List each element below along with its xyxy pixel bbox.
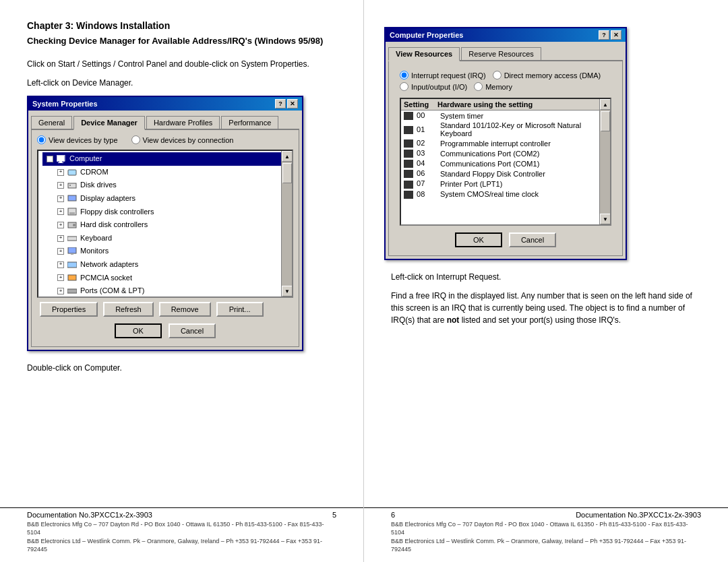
list-item[interactable]: + Monitors xyxy=(53,245,291,258)
harddisk-label: Hard disk controllers xyxy=(80,219,148,231)
radio-memory-input[interactable] xyxy=(474,82,483,91)
list-item[interactable]: + Ports (COM & LPT) xyxy=(53,284,291,298)
expand-icon[interactable]: + xyxy=(57,208,64,215)
comp-ok-button[interactable]: OK xyxy=(455,232,502,247)
irq-table-header: Setting Hardware using the setting xyxy=(401,99,610,111)
svg-rect-12 xyxy=(67,237,77,241)
radio-by-connection[interactable]: View devices by connection xyxy=(131,135,234,144)
expand-icon[interactable]: + xyxy=(57,182,64,189)
remove-button[interactable]: Remove xyxy=(159,302,211,317)
device-list-container: - Computer xyxy=(37,150,293,298)
footer-doc-num: Documentation No.3PXCC1x-2x-3903 xyxy=(27,511,152,519)
comp-props-help-button[interactable]: ? xyxy=(599,30,609,40)
expand-icon[interactable]: + xyxy=(57,235,64,242)
svg-rect-29 xyxy=(404,160,413,168)
print-button[interactable]: Print... xyxy=(216,302,264,317)
expand-icon[interactable]: + xyxy=(57,248,64,255)
list-item[interactable]: - Computer xyxy=(42,152,291,166)
list-item[interactable]: + Hard disk controllers xyxy=(53,218,291,232)
radio-irq-input[interactable] xyxy=(400,71,408,80)
table-row: 08 System CMOS/real time clock xyxy=(401,189,610,199)
list-item[interactable]: + Floppy disk controllers xyxy=(53,206,291,219)
radio-dma-input[interactable] xyxy=(493,71,502,80)
properties-button[interactable]: Properties xyxy=(40,302,98,317)
radio-by-type-input[interactable] xyxy=(37,135,46,144)
radio-dma[interactable]: Direct memory access (DMA) xyxy=(493,71,601,80)
list-item[interactable]: + Display adapters xyxy=(53,192,291,206)
network-label: Network adapters xyxy=(80,259,138,271)
irq-scrollbar: ▲ ▼ xyxy=(599,99,610,224)
caption-text: Double-click on Computer. xyxy=(27,362,336,374)
dialog-close-button[interactable]: ✕ xyxy=(287,99,298,108)
irq-device: Communications Port (COM1) xyxy=(440,160,607,168)
comp-props-close-button[interactable]: ✕ xyxy=(611,30,621,40)
irq-device: Standard 101/102-Key or Microsoft Natura… xyxy=(440,121,607,137)
expand-icon[interactable]: - xyxy=(47,156,53,162)
svg-rect-2 xyxy=(59,161,62,162)
tab-hardware-profiles[interactable]: Hardware Profiles xyxy=(146,116,220,129)
irq-device: System CMOS/real time clock xyxy=(440,190,607,198)
scrollbar: ▲ ▼ xyxy=(281,151,292,296)
right-body-text-2: Find a free IRQ in the displayed list. A… xyxy=(391,290,701,326)
ok-button[interactable]: OK xyxy=(115,323,162,338)
dialog-body: General Device Manager Hardware Profiles… xyxy=(28,111,302,350)
list-item[interactable]: + PCMCIA socket xyxy=(53,272,291,285)
irq-col-setting: Setting xyxy=(404,100,437,108)
right-page: Computer Properties ? ✕ View Resources R… xyxy=(364,0,728,562)
radio-io-input[interactable] xyxy=(400,82,408,91)
comp-props-titlebar: Computer Properties ? ✕ xyxy=(386,28,626,42)
floppy-icon xyxy=(67,206,78,217)
tab-view-resources[interactable]: View Resources xyxy=(388,47,460,61)
right-footer-page-num: 6 xyxy=(391,511,395,519)
list-item[interactable]: + Network adapters xyxy=(53,258,291,272)
svg-rect-26 xyxy=(404,126,413,134)
expand-icon[interactable]: + xyxy=(57,195,64,202)
expand-icon[interactable]: + xyxy=(57,169,64,176)
svg-rect-32 xyxy=(404,191,413,199)
refresh-button[interactable]: Refresh xyxy=(103,302,154,317)
tab-performance[interactable]: Performance xyxy=(221,116,278,129)
comp-cancel-button[interactable]: Cancel xyxy=(509,232,556,247)
expand-icon[interactable]: + xyxy=(57,261,64,268)
radio-io[interactable]: Input/output (I/O) xyxy=(400,82,467,91)
radio-io-label: Input/output (I/O) xyxy=(411,83,467,91)
cancel-button[interactable]: Cancel xyxy=(169,323,216,338)
radio-by-connection-input[interactable] xyxy=(131,135,140,144)
scrollbar-thumb[interactable] xyxy=(282,163,292,183)
tab-general[interactable]: General xyxy=(31,116,72,129)
radio-irq[interactable]: Interrupt request (IRQ) xyxy=(400,71,486,80)
svg-rect-3 xyxy=(58,162,63,163)
irq-scroll-up[interactable]: ▲ xyxy=(600,99,611,110)
scrollbar-track xyxy=(282,162,293,286)
table-row: 04 Communications Port (COM1) xyxy=(401,158,610,168)
tab-reserve-resources[interactable]: Reserve Resources xyxy=(461,47,541,60)
expand-icon[interactable]: + xyxy=(57,222,64,228)
monitor-icon xyxy=(67,246,78,257)
expand-icon[interactable]: + xyxy=(57,274,64,281)
right-footer: 6 Documentation No.3PXCC1x-2x-3903 B&B E… xyxy=(364,507,728,554)
radio-by-type[interactable]: View devices by type xyxy=(37,135,118,144)
monitors-label: Monitors xyxy=(80,245,109,257)
list-item[interactable]: + Disk drives xyxy=(53,179,291,192)
expand-icon[interactable]: + xyxy=(57,288,64,294)
svg-rect-6 xyxy=(69,185,71,186)
svg-rect-13 xyxy=(68,247,76,253)
scroll-up-button[interactable]: ▲ xyxy=(282,151,293,162)
dialog-help-button[interactable]: ? xyxy=(275,99,286,108)
tab-device-manager[interactable]: Device Manager xyxy=(73,116,145,130)
list-item[interactable]: + Keyboard xyxy=(53,232,291,245)
irq-scroll-down[interactable]: ▼ xyxy=(600,214,611,224)
radio-memory[interactable]: Memory xyxy=(474,82,512,91)
irq-scrollbar-thumb[interactable] xyxy=(601,111,610,131)
irq-num: 01 xyxy=(404,125,437,134)
svg-rect-5 xyxy=(68,183,76,188)
titlebar-controls: ? ✕ xyxy=(275,99,298,108)
irq-num: 04 xyxy=(404,159,437,168)
scroll-down-button[interactable]: ▼ xyxy=(282,286,293,296)
svg-rect-30 xyxy=(404,170,413,178)
list-item[interactable]: + CDROM xyxy=(53,166,291,179)
floppy-label: Floppy disk controllers xyxy=(80,206,154,218)
cdrom-icon xyxy=(67,167,78,178)
radio-memory-label: Memory xyxy=(485,83,512,91)
radio-by-connection-label: View devices by connection xyxy=(143,136,234,144)
